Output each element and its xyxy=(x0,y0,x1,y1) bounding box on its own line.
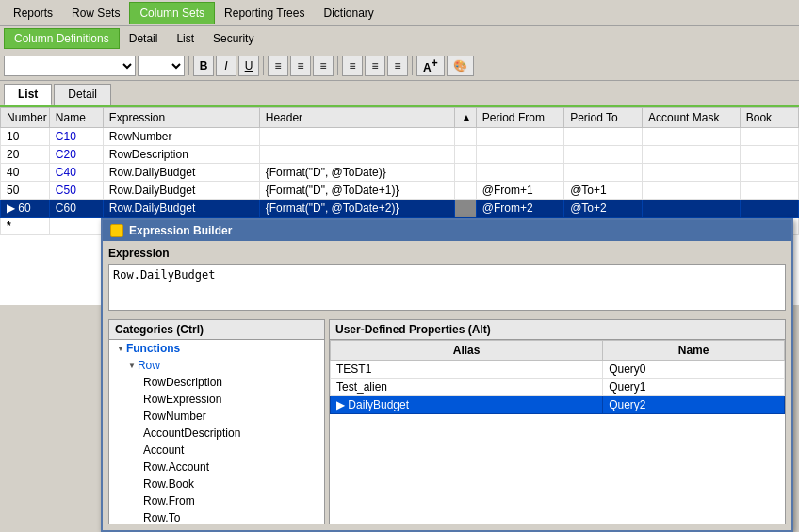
nav-item-reports[interactable]: Reports xyxy=(4,3,62,24)
font-size-select[interactable] xyxy=(138,56,185,76)
nav-item-reportingtrees[interactable]: Reporting Trees xyxy=(215,3,314,24)
arrow-icon: ▼ xyxy=(117,345,124,353)
col-name: Name xyxy=(603,341,785,361)
nav-item-columndefs[interactable]: Column Definitions xyxy=(4,28,120,49)
tree-item-rowto[interactable]: Row.To xyxy=(109,509,324,524)
nav-item-list[interactable]: List xyxy=(167,29,204,48)
nav-item-columnsets[interactable]: Column Sets xyxy=(129,2,215,24)
expression-builder-body: Expression Categories (Ctrl) ▼ Functions… xyxy=(103,241,791,530)
col-sort: ▲ xyxy=(455,108,477,128)
tree-item-functions[interactable]: ▼ Functions xyxy=(109,340,324,357)
tree-item-accountdesc[interactable]: AccountDescription xyxy=(109,425,324,442)
nav-item-rowsets[interactable]: Row Sets xyxy=(62,3,129,24)
properties-panel: User-Defined Properties (Alt) Alias Name… xyxy=(329,319,786,524)
table-row[interactable]: 10 C10 RowNumber xyxy=(1,128,799,146)
expression-builder-title: Expression Builder xyxy=(129,224,232,237)
tree-item-rownumber[interactable]: RowNumber xyxy=(109,408,324,425)
expression-builder-titlebar: Expression Builder xyxy=(103,220,791,241)
col-header: Header xyxy=(259,108,454,128)
bold-button[interactable]: B xyxy=(193,56,214,76)
tree-item-rowaccount[interactable]: Row.Account xyxy=(109,459,324,476)
table-row-active[interactable]: ▶ 60 C60 Row.DailyBudget {Format("D", @T… xyxy=(1,200,799,218)
categories-panel-header: Categories (Ctrl) xyxy=(109,320,324,340)
tab-bar: List Detail xyxy=(0,81,799,107)
col-book: Book xyxy=(740,108,798,128)
expression-label: Expression xyxy=(108,247,786,260)
align-left-button[interactable]: ≡ xyxy=(268,56,288,76)
font-family-select[interactable] xyxy=(4,56,136,76)
tree-item-rowfrom[interactable]: Row.From xyxy=(109,492,324,509)
tab-list[interactable]: List xyxy=(4,84,52,105)
second-nav: Column Definitions Detail List Security xyxy=(0,26,799,51)
prop-row[interactable]: TEST1 Query0 xyxy=(331,361,785,379)
align-center-button[interactable]: ≡ xyxy=(290,56,311,76)
arrow-icon: ▼ xyxy=(128,362,136,370)
font-size-inc-button[interactable]: A+ xyxy=(416,56,445,76)
col-accountmask: Account Mask xyxy=(643,108,741,128)
tree-item-rowdesc[interactable]: RowDescription xyxy=(109,374,324,391)
col-alias: Alias xyxy=(331,341,603,361)
align-right-button[interactable]: ≡ xyxy=(313,56,334,76)
italic-button[interactable]: I xyxy=(216,56,236,76)
table-row[interactable]: 20 C20 RowDescription xyxy=(1,146,799,164)
top-nav: Reports Row Sets Column Sets Reporting T… xyxy=(0,0,799,26)
categories-tree: ▼ Functions ▼ Row RowDescription RowExpr… xyxy=(109,340,324,524)
properties-table: Alias Name TEST1 Query0 Test_alien Query… xyxy=(330,340,785,414)
col-name: Name xyxy=(49,108,103,128)
properties-panel-header: User-Defined Properties (Alt) xyxy=(330,320,785,340)
tree-item-rowexpr[interactable]: RowExpression xyxy=(109,391,324,408)
indent-center-button[interactable]: ≡ xyxy=(365,56,385,76)
expression-builder: Expression Builder Expression Categories… xyxy=(101,218,793,532)
nav-item-dictionary[interactable]: Dictionary xyxy=(314,3,383,24)
indent-right-button[interactable]: ≡ xyxy=(387,56,408,76)
col-number: Number xyxy=(1,108,50,128)
indent-left-button[interactable]: ≡ xyxy=(342,56,363,76)
tree-item-account[interactable]: Account xyxy=(109,442,324,459)
panels-container: Categories (Ctrl) ▼ Functions ▼ Row RowD… xyxy=(108,319,786,524)
prop-row[interactable]: Test_alien Query1 xyxy=(331,379,785,396)
nav-item-security[interactable]: Security xyxy=(204,29,263,48)
categories-panel: Categories (Ctrl) ▼ Functions ▼ Row RowD… xyxy=(108,319,325,524)
tab-detail[interactable]: Detail xyxy=(54,84,111,105)
toolbar: B I U ≡ ≡ ≡ ≡ ≡ ≡ A+ 🎨 xyxy=(0,51,799,81)
table-row[interactable]: 40 C40 Row.DailyBudget {Format("D", @ToD… xyxy=(1,164,799,182)
table-row[interactable]: 50 C50 Row.DailyBudget {Format("D", @ToD… xyxy=(1,182,799,200)
underline-button[interactable]: U xyxy=(238,56,259,76)
data-table: Number Name Expression Header ▲ Period F… xyxy=(0,107,799,235)
prop-row-active[interactable]: ▶ DailyBudget Query2 xyxy=(331,396,785,414)
color-button[interactable]: 🎨 xyxy=(447,56,474,76)
expression-input[interactable] xyxy=(108,264,786,311)
col-periodfrom: Period From xyxy=(476,108,563,128)
tree-item-rowbook[interactable]: Row.Book xyxy=(109,476,324,492)
nav-item-detail[interactable]: Detail xyxy=(120,29,168,48)
col-expression: Expression xyxy=(103,108,259,128)
col-periodto: Period To xyxy=(564,108,643,128)
expression-builder-icon xyxy=(110,224,123,237)
tree-item-row[interactable]: ▼ Row xyxy=(109,357,324,374)
